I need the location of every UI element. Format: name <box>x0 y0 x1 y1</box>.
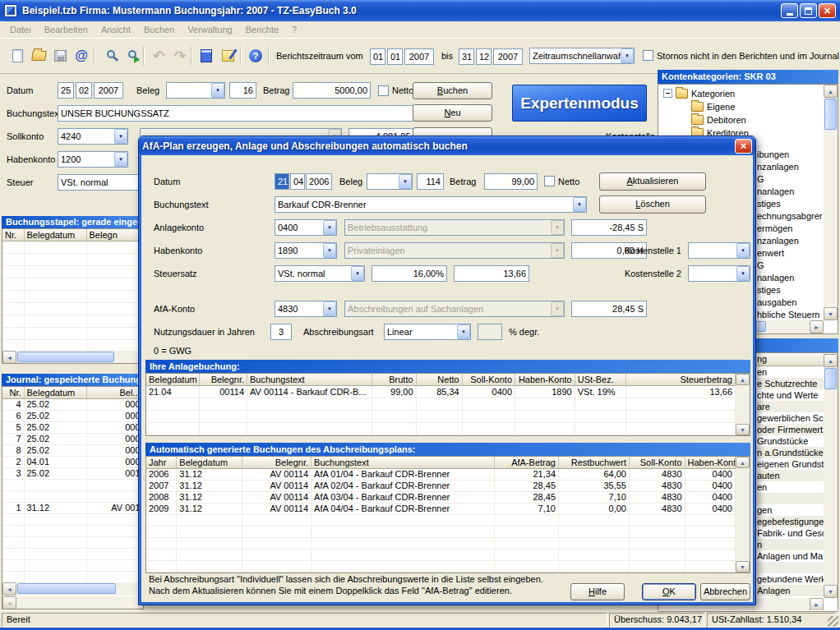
chevron-down-icon[interactable] <box>114 129 127 144</box>
period-from-year[interactable]: 2007 <box>404 48 434 65</box>
tree-item-fragment[interactable]: enwert <box>757 247 824 260</box>
habenkonto-combo[interactable]: 1200 <box>58 151 128 168</box>
column-header[interactable]: Jahr <box>146 457 177 469</box>
column-header[interactable]: Soll-Konto <box>629 457 685 469</box>
scroll-down-button[interactable] <box>824 307 838 320</box>
tree-item-debitoren[interactable]: Debitoren <box>691 113 746 126</box>
tree-item-fragment[interactable]: nanlagen <box>757 186 824 198</box>
neu-button[interactable]: Neu <box>413 104 492 122</box>
column-header[interactable]: Haben-Konto <box>685 457 735 469</box>
dialog-netto-checkbox[interactable] <box>544 176 555 186</box>
tree-item-fragment[interactable]: echnungsabgrer <box>757 210 824 223</box>
chevron-down-icon[interactable] <box>621 48 634 63</box>
table-row[interactable]: 625.02000 <box>2 411 143 422</box>
account-row-fragment[interactable] <box>757 493 824 504</box>
tree-item-fragment[interactable]: hbliche Steuern <box>757 309 824 321</box>
chevron-down-icon[interactable] <box>323 301 336 316</box>
buchen-button[interactable]: Buchen <box>413 82 492 99</box>
column-header[interactable]: Belegn <box>86 229 143 241</box>
scroll-thumb[interactable] <box>17 583 116 594</box>
period-to-year[interactable]: 2007 <box>493 48 523 65</box>
tree-item-fragment[interactable]: stiges <box>757 284 824 297</box>
tree-item-fragment[interactable]: nzanlagen <box>757 161 824 173</box>
column-header[interactable]: Buchungstext <box>312 457 495 469</box>
new-document-icon[interactable] <box>7 45 28 67</box>
period-to-day[interactable]: 31 <box>459 48 474 65</box>
help-icon[interactable] <box>245 45 266 67</box>
column-header[interactable]: Haben-Konto <box>515 374 575 386</box>
account-row-fragment[interactable]: are <box>757 401 824 412</box>
account-row-fragment[interactable]: Anlagen <box>757 585 824 596</box>
account-row-fragment[interactable]: egebefestigunge <box>757 516 824 527</box>
account-row-fragment[interactable]: n a.Grundstücke <box>757 447 824 458</box>
tree-item-fragment[interactable]: ausgaben <box>757 297 824 309</box>
buchungstext-combo[interactable]: UNSER BUCHUNGSSATZ <box>58 105 434 122</box>
journal-horizontal-scrollbar[interactable] <box>2 582 143 596</box>
table-row[interactable]: 200731.12AV 00114AfA 02/04 - Barkauf CDR… <box>146 481 736 492</box>
scroll-up-button[interactable] <box>736 457 750 468</box>
collapse-icon[interactable] <box>663 89 672 98</box>
dialog-betrag-input[interactable]: 99,00 <box>484 173 538 190</box>
column-header[interactable]: Brutto <box>372 374 416 386</box>
menu-item-buchen[interactable]: Buchen <box>137 23 181 36</box>
table-row[interactable] <box>2 480 143 491</box>
open-folder-icon[interactable] <box>28 45 49 67</box>
dialog-beleg-nr[interactable]: 114 <box>417 173 444 190</box>
column-header[interactable]: Bel... <box>86 387 143 399</box>
datum-day[interactable]: 25 <box>58 82 74 99</box>
anlagekonto-combo[interactable]: 0400 <box>275 219 337 236</box>
account-row-fragment[interactable]: gewerblichen Sc <box>757 412 824 424</box>
dialog-datum-day[interactable]: 21 <box>275 173 289 190</box>
minimize-button[interactable] <box>781 3 798 18</box>
scroll-down-button[interactable] <box>736 561 750 573</box>
scroll-left-button[interactable] <box>2 596 16 609</box>
chevron-down-icon[interactable] <box>399 174 412 189</box>
scroll-left-button[interactable] <box>2 351 16 364</box>
account-row-fragment[interactable] <box>757 562 824 573</box>
dialog-close-button[interactable] <box>735 139 752 154</box>
column-header[interactable]: Belegdatum <box>24 387 86 399</box>
menu-item-berichte[interactable]: Berichte <box>239 23 285 36</box>
account-row-fragment[interactable]: auten <box>757 470 824 481</box>
aktualisieren-button[interactable]: Aktualisieren <box>599 172 706 191</box>
scroll-thumb[interactable] <box>17 352 114 362</box>
tree-item-fragment[interactable]: stiges <box>757 198 824 210</box>
menu-item-datei[interactable]: Datei <box>3 23 38 36</box>
menu-item-verwaltung[interactable]: Verwaltung <box>181 23 238 36</box>
table-row[interactable] <box>2 491 143 503</box>
tree-item-kategorien[interactable]: Kategorien <box>663 87 735 100</box>
account-row-fragment[interactable]: en <box>757 366 824 378</box>
scroll-up-button[interactable] <box>824 354 838 367</box>
column-header[interactable]: AfA-Betrag <box>495 457 559 469</box>
table-row[interactable]: 725.02000 <box>2 434 143 445</box>
tree-item-fragment[interactable]: G <box>757 173 824 186</box>
loeschen-button[interactable]: Löschen <box>599 195 706 214</box>
datum-month[interactable]: 02 <box>76 82 92 99</box>
chevron-down-icon[interactable] <box>114 152 127 167</box>
undo-icon[interactable]: ↶ <box>148 45 169 67</box>
account-row-fragment[interactable]: chte und Werte <box>757 389 824 401</box>
tree-item-fragment[interactable]: ibungen <box>757 149 824 161</box>
nutzungsdauer-input[interactable]: 3 <box>270 324 292 340</box>
abbrechen-button[interactable]: Abbrechen <box>700 583 750 600</box>
kostenstelle1-combo[interactable] <box>688 242 750 259</box>
table-row[interactable]: 21.0400114AV 00114 - Barkauf CDR-B...99,… <box>146 386 736 398</box>
datum-year[interactable]: 2007 <box>94 82 123 99</box>
period-to-month[interactable]: 12 <box>476 48 492 65</box>
redo-icon[interactable]: ↷ <box>169 45 191 67</box>
sollkonto-combo[interactable]: 4240 <box>58 128 128 145</box>
chevron-down-icon[interactable] <box>323 243 336 258</box>
email-icon[interactable]: @ <box>71 45 92 67</box>
table-row[interactable]: 204.01000 <box>2 457 143 468</box>
column-header[interactable]: Belegnr. <box>242 457 312 469</box>
table-row[interactable]: 325.02001 <box>2 468 143 480</box>
edit-journal-icon[interactable] <box>217 45 238 67</box>
column-header[interactable]: Nr. <box>2 387 24 399</box>
calculator-icon[interactable] <box>196 45 217 67</box>
column-header[interactable]: Belegnr. <box>199 374 247 386</box>
list-vertical-scrollbar[interactable] <box>824 353 838 598</box>
tree-vertical-scrollbar[interactable] <box>824 85 838 320</box>
scroll-up-button[interactable] <box>736 374 750 385</box>
scroll-up-button[interactable] <box>824 85 838 98</box>
scroll-thumb[interactable] <box>824 99 837 130</box>
